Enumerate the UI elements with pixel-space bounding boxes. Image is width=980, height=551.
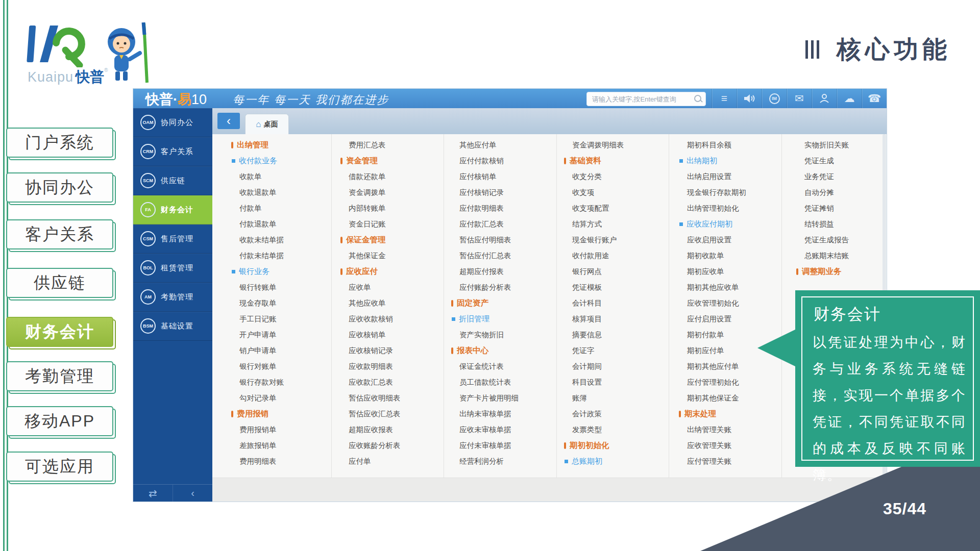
menu-section-header[interactable]: 报表中心: [451, 343, 561, 359]
nav-item[interactable]: 协同办公: [6, 172, 113, 203]
menu-item[interactable]: 现金银行账户: [564, 232, 674, 248]
menu-item[interactable]: 结转损益: [796, 216, 887, 232]
nav-item[interactable]: 门户系统: [6, 128, 113, 158]
menu-item[interactable]: 付款未结单据: [231, 248, 341, 264]
menu-section-header[interactable]: 费用报销: [231, 406, 341, 422]
person-icon[interactable]: [812, 89, 837, 108]
menu-subsection-header[interactable]: 银行业务: [231, 264, 341, 280]
nav-item[interactable]: 客户关系: [6, 219, 113, 249]
back-button[interactable]: ‹: [217, 113, 240, 129]
menu-item[interactable]: 应收款汇总表: [340, 374, 450, 390]
menu-section-header[interactable]: 应收应付: [340, 264, 450, 280]
sidebar-item[interactable]: CSM售后管理: [133, 224, 212, 254]
swap-panels-icon[interactable]: ⇄: [133, 485, 173, 502]
menu-item[interactable]: 应付款明细表: [451, 201, 561, 216]
menu-item[interactable]: 期初应收单: [679, 264, 789, 280]
menu-item[interactable]: 应收管理关账: [679, 438, 789, 454]
menu-item[interactable]: 现金存取单: [231, 295, 341, 311]
menu-item[interactable]: 凭证摊销: [796, 201, 887, 216]
menu-item[interactable]: 应收未审核单据: [451, 422, 561, 438]
menu-item[interactable]: 出纳启用设置: [679, 169, 789, 185]
menu-item[interactable]: 应付未审核单据: [451, 438, 561, 454]
menu-item[interactable]: 应付管理关账: [679, 454, 789, 469]
menu-item[interactable]: 费用报销单: [231, 422, 341, 438]
menu-item[interactable]: 应付单: [340, 454, 450, 469]
menu-item[interactable]: 其他应付单: [451, 137, 561, 153]
tab-desktop[interactable]: ⌂ 桌面: [245, 114, 289, 135]
menu-item[interactable]: 应收启用设置: [679, 232, 789, 248]
menu-item[interactable]: 收付款用途: [564, 248, 674, 264]
menu-item[interactable]: 应付账龄分析表: [451, 280, 561, 295]
menu-subsection-header[interactable]: 折旧管理: [451, 311, 561, 327]
menu-item[interactable]: 付款单: [231, 201, 341, 216]
menu-item[interactable]: 实物折旧关账: [796, 137, 887, 153]
menu-item[interactable]: 期初其他应收单: [679, 280, 789, 295]
menu-item[interactable]: 应收核销单: [340, 327, 450, 343]
menu-subsection-header[interactable]: 收付款业务: [231, 153, 341, 169]
sidebar-item[interactable]: CRM客户关系: [133, 137, 212, 166]
menu-section-header[interactable]: 资金管理: [340, 153, 450, 169]
menu-item[interactable]: 业务凭证: [796, 169, 887, 185]
menu-section-header[interactable]: 基础资料: [564, 153, 674, 169]
menu-section-header[interactable]: 保证金管理: [340, 232, 450, 248]
menu-item[interactable]: 凭证生成报告: [796, 232, 887, 248]
search-input[interactable]: [591, 93, 690, 105]
menu-item[interactable]: 暂估应付明细表: [451, 232, 561, 248]
menu-item[interactable]: 应付款汇总表: [451, 216, 561, 232]
list-icon[interactable]: ≡: [712, 89, 737, 108]
menu-item[interactable]: 费用汇总表: [340, 137, 450, 153]
menu-item[interactable]: 期初收款单: [679, 248, 789, 264]
menu-item[interactable]: 资金日记账: [340, 216, 450, 232]
menu-item[interactable]: 保证金统计表: [451, 359, 561, 374]
sidebar-item[interactable]: OAM协同办公: [133, 108, 212, 137]
menu-item[interactable]: 凭证模板: [564, 280, 674, 295]
menu-item[interactable]: 内部转账单: [340, 201, 450, 216]
menu-item[interactable]: 总账期末结账: [796, 248, 887, 264]
nav-item[interactable]: 财务会计: [6, 317, 113, 347]
menu-item[interactable]: 销户申请单: [231, 343, 341, 359]
menu-item[interactable]: 勾对记录单: [231, 390, 341, 406]
menu-item[interactable]: 核算项目: [564, 311, 674, 327]
menu-item[interactable]: 出纳管理初始化: [679, 201, 789, 216]
menu-item[interactable]: 收支项配置: [564, 201, 674, 216]
nav-item[interactable]: 可选应用: [6, 452, 113, 482]
menu-item[interactable]: 应收账龄分析表: [340, 438, 450, 454]
menu-section-header[interactable]: 出纳管理: [231, 137, 341, 153]
menu-item[interactable]: 银行对账单: [231, 359, 341, 374]
menu-item[interactable]: 自动分摊: [796, 185, 887, 201]
search-icon[interactable]: [694, 95, 701, 102]
menu-item[interactable]: 差旅报销单: [231, 438, 341, 454]
menu-item[interactable]: 经营利润分析: [451, 454, 561, 469]
menu-section-header[interactable]: 固定资产: [451, 295, 561, 311]
menu-item[interactable]: 期初其他保证金: [679, 390, 789, 406]
menu-section-header[interactable]: 期初初始化: [564, 438, 674, 454]
menu-item[interactable]: 收款未结单据: [231, 232, 341, 248]
menu-item[interactable]: 超期应收报表: [340, 422, 450, 438]
menu-item[interactable]: 期初科目余额: [679, 137, 789, 153]
menu-item[interactable]: 应付核销记录: [451, 185, 561, 201]
nav-item[interactable]: 供应链: [6, 268, 113, 298]
menu-item[interactable]: 员工借款统计表: [451, 374, 561, 390]
menu-item[interactable]: 应收款明细表: [340, 359, 450, 374]
menu-item[interactable]: 资金调拨单: [340, 185, 450, 201]
menu-item[interactable]: 收支分类: [564, 169, 674, 185]
menu-item[interactable]: 应付启用设置: [679, 311, 789, 327]
sidebar-item[interactable]: AM考勤管理: [133, 283, 212, 312]
menu-item[interactable]: 其他保证金: [340, 248, 450, 264]
menu-item[interactable]: 会计科目: [564, 295, 674, 311]
nav-item[interactable]: 移动APP: [6, 406, 113, 436]
cloud-icon[interactable]: ☁: [837, 89, 862, 108]
menu-item[interactable]: 手工日记账: [231, 311, 341, 327]
menu-item[interactable]: 应付核销单: [451, 169, 561, 185]
menu-item[interactable]: 暂估应付汇总表: [451, 248, 561, 264]
sidebar-item[interactable]: BOL租赁管理: [133, 254, 212, 283]
nav-item[interactable]: 考勤管理: [6, 361, 113, 391]
menu-item[interactable]: 出纳管理关账: [679, 422, 789, 438]
phone-icon[interactable]: ☎: [862, 89, 887, 108]
menu-item[interactable]: 发票类型: [564, 422, 674, 438]
im-icon[interactable]: IM: [762, 89, 787, 108]
menu-item[interactable]: 资产实物折旧: [451, 327, 561, 343]
menu-item[interactable]: 收款单: [231, 169, 341, 185]
speaker-icon[interactable]: [737, 89, 762, 108]
menu-item[interactable]: 借款还款单: [340, 169, 450, 185]
